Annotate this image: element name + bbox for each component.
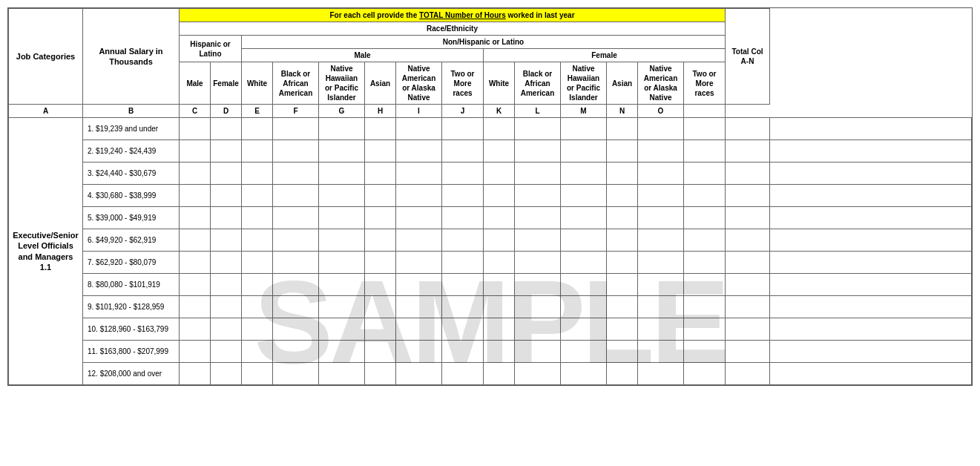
data-cell[interactable] (180, 140, 211, 163)
data-cell[interactable] (273, 229, 319, 252)
data-cell[interactable] (561, 140, 607, 163)
data-cell[interactable] (211, 185, 242, 207)
data-cell[interactable] (561, 252, 607, 274)
data-cell[interactable] (365, 118, 396, 140)
data-cell[interactable] (726, 185, 770, 207)
data-cell[interactable] (726, 274, 770, 296)
data-cell[interactable] (726, 229, 770, 252)
data-cell[interactable] (396, 318, 442, 341)
data-cell[interactable] (770, 274, 972, 296)
data-cell[interactable] (770, 185, 972, 207)
data-cell[interactable] (319, 229, 365, 252)
data-cell[interactable] (180, 296, 211, 318)
data-cell[interactable] (211, 207, 242, 229)
data-cell[interactable] (365, 252, 396, 274)
data-cell[interactable] (515, 341, 561, 363)
data-cell[interactable] (484, 274, 515, 296)
data-cell[interactable] (442, 341, 484, 363)
data-cell[interactable] (726, 140, 770, 163)
data-cell[interactable] (770, 163, 972, 185)
data-cell[interactable] (319, 163, 365, 185)
data-cell[interactable] (442, 229, 484, 252)
data-cell[interactable] (770, 140, 972, 163)
data-cell[interactable] (396, 118, 442, 140)
data-cell[interactable] (180, 207, 211, 229)
data-cell[interactable] (484, 185, 515, 207)
data-cell[interactable] (726, 341, 770, 363)
data-cell[interactable] (684, 207, 726, 229)
data-cell[interactable] (396, 207, 442, 229)
data-cell[interactable] (607, 274, 638, 296)
data-cell[interactable] (180, 185, 211, 207)
data-cell[interactable] (726, 163, 770, 185)
data-cell[interactable] (273, 296, 319, 318)
data-cell[interactable] (365, 229, 396, 252)
data-cell[interactable] (242, 318, 273, 341)
data-cell[interactable] (273, 163, 319, 185)
data-cell[interactable] (273, 185, 319, 207)
data-cell[interactable] (442, 163, 484, 185)
data-cell[interactable] (726, 252, 770, 274)
data-cell[interactable] (484, 296, 515, 318)
data-cell[interactable] (442, 207, 484, 229)
data-cell[interactable] (242, 185, 273, 207)
data-cell[interactable] (396, 363, 442, 385)
data-cell[interactable] (638, 229, 684, 252)
data-cell[interactable] (365, 185, 396, 207)
data-cell[interactable] (484, 118, 515, 140)
data-cell[interactable] (561, 118, 607, 140)
data-cell[interactable] (242, 341, 273, 363)
data-cell[interactable] (211, 318, 242, 341)
data-cell[interactable] (242, 252, 273, 274)
data-cell[interactable] (180, 274, 211, 296)
data-cell[interactable] (484, 318, 515, 341)
data-cell[interactable] (684, 274, 726, 296)
data-cell[interactable] (365, 207, 396, 229)
data-cell[interactable] (365, 274, 396, 296)
data-cell[interactable] (273, 118, 319, 140)
data-cell[interactable] (211, 296, 242, 318)
data-cell[interactable] (638, 318, 684, 341)
data-cell[interactable] (770, 207, 972, 229)
data-cell[interactable] (684, 118, 726, 140)
data-cell[interactable] (365, 296, 396, 318)
data-cell[interactable] (319, 252, 365, 274)
data-cell[interactable] (319, 363, 365, 385)
data-cell[interactable] (638, 341, 684, 363)
data-cell[interactable] (484, 363, 515, 385)
data-cell[interactable] (726, 118, 770, 140)
data-cell[interactable] (684, 296, 726, 318)
data-cell[interactable] (561, 207, 607, 229)
data-cell[interactable] (396, 274, 442, 296)
data-cell[interactable] (515, 207, 561, 229)
data-cell[interactable] (484, 252, 515, 274)
data-cell[interactable] (365, 363, 396, 385)
data-cell[interactable] (638, 185, 684, 207)
data-cell[interactable] (442, 118, 484, 140)
data-cell[interactable] (515, 363, 561, 385)
data-cell[interactable] (561, 318, 607, 341)
data-cell[interactable] (684, 341, 726, 363)
data-cell[interactable] (607, 207, 638, 229)
data-cell[interactable] (211, 341, 242, 363)
data-cell[interactable] (242, 229, 273, 252)
data-cell[interactable] (515, 252, 561, 274)
data-cell[interactable] (484, 163, 515, 185)
data-cell[interactable] (484, 229, 515, 252)
data-cell[interactable] (211, 363, 242, 385)
data-cell[interactable] (442, 274, 484, 296)
data-cell[interactable] (484, 207, 515, 229)
data-cell[interactable] (561, 274, 607, 296)
data-cell[interactable] (211, 252, 242, 274)
data-cell[interactable] (273, 274, 319, 296)
data-cell[interactable] (442, 296, 484, 318)
data-cell[interactable] (211, 163, 242, 185)
data-cell[interactable] (273, 363, 319, 385)
data-cell[interactable] (515, 318, 561, 341)
data-cell[interactable] (770, 229, 972, 252)
data-cell[interactable] (638, 252, 684, 274)
data-cell[interactable] (211, 274, 242, 296)
data-cell[interactable] (515, 185, 561, 207)
data-cell[interactable] (638, 207, 684, 229)
data-cell[interactable] (211, 118, 242, 140)
